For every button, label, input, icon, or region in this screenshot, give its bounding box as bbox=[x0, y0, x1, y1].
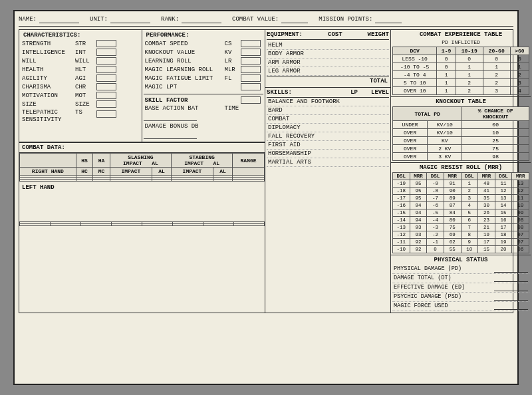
perf-value-lr[interactable] bbox=[241, 57, 261, 65]
skill-level-horsemanship[interactable] bbox=[368, 150, 388, 157]
perf-abbr-kv: KV bbox=[225, 49, 241, 56]
char-abbr-telepathic: TS bbox=[75, 109, 96, 116]
helm-cost[interactable] bbox=[334, 42, 361, 49]
right-column: COMBAT EXPERIENCE TABLE PD INFLICTED DCV… bbox=[391, 30, 531, 313]
arm-armor-weight[interactable] bbox=[361, 59, 388, 66]
skill-name-martial-arts: MARTIAL ARTS bbox=[268, 159, 348, 166]
mrr-data-table: DSL MRR DSL MRR DSL MRR DSL MRR -1995-99… bbox=[392, 172, 529, 253]
char-abbr-strength: STR bbox=[75, 41, 96, 47]
skill-lp-diplomacy[interactable] bbox=[348, 124, 368, 131]
skill-lp-martial-arts[interactable] bbox=[348, 159, 368, 166]
combat-value-value[interactable] bbox=[281, 15, 308, 23]
lp-label: LP bbox=[350, 89, 358, 96]
db-value-line[interactable] bbox=[144, 131, 197, 139]
char-value-strength[interactable] bbox=[96, 40, 116, 47]
perf-abbr-mlr: MLR bbox=[225, 66, 241, 73]
char-value-telepathic[interactable] bbox=[96, 110, 116, 118]
knockout-table-block: KNOCKOUT TABLE TOTAL PD % CHANCE OFKNOCK… bbox=[391, 97, 531, 163]
cet-10-19-header: 10-19 bbox=[456, 47, 483, 55]
rank-value[interactable] bbox=[182, 15, 221, 23]
char-perf-block: CHARACTERISTICS: STRENGTH STR INTELLIGEN… bbox=[19, 30, 265, 142]
skill-lp-first-aid[interactable] bbox=[348, 142, 368, 148]
body-armor-cost[interactable] bbox=[334, 51, 361, 57]
arm-armor-cost[interactable] bbox=[334, 59, 361, 66]
char-name-motivation: MOTIVATION bbox=[22, 92, 75, 99]
th-ha2: MC bbox=[93, 168, 110, 176]
th-ha: HA bbox=[93, 154, 110, 168]
skill-lp-horsemanship[interactable] bbox=[348, 150, 368, 157]
mrr-block: MAGIC RESIST ROLL (MRR) DSL MRR DSL MRR … bbox=[391, 163, 531, 255]
char-abbr-agility: AGI bbox=[75, 75, 96, 82]
bat-row: BASE ACTION BAT TIME bbox=[144, 104, 264, 112]
char-abbr-charisma: CHR bbox=[75, 84, 96, 90]
char-abbr-size: SIZE bbox=[75, 101, 96, 108]
kt-total-pd-header: TOTAL PD bbox=[393, 107, 462, 121]
skill-lp-fall[interactable] bbox=[348, 133, 368, 140]
perf-name-fl: MAGIC FATIGUE LIMIT bbox=[145, 75, 225, 82]
char-value-charisma[interactable] bbox=[96, 83, 116, 90]
weight-label: WEIGHT bbox=[368, 31, 389, 38]
char-name-size: SIZE bbox=[22, 101, 75, 108]
unit-value[interactable] bbox=[110, 15, 150, 23]
body-armor-label: BODY ARMOR bbox=[268, 51, 334, 57]
skills-block: SKILLS: LP LEVEL BALANCE AND FOOTWORK BA… bbox=[265, 88, 390, 168]
perf-value-lpt[interactable] bbox=[241, 83, 261, 90]
combat-data-block: COMBAT DATA: HS HA SLASHINGIMPACT AL STA… bbox=[19, 142, 265, 226]
th-range2 bbox=[233, 168, 265, 176]
skill-level-bard[interactable] bbox=[368, 107, 388, 114]
perf-name-lr: LEARNING ROLL bbox=[145, 58, 225, 65]
skill-factor-section: SKILL FACTOR BASE ACTION BAT TIME DAMAGE… bbox=[144, 94, 264, 139]
skill-lp-bard[interactable] bbox=[348, 107, 368, 114]
mission-points-label: MISSION POINTS: bbox=[319, 16, 372, 23]
leg-armor-weight[interactable] bbox=[361, 68, 388, 74]
mrr-row: -1694-6874301410 bbox=[393, 202, 529, 209]
perf-value-kv[interactable] bbox=[241, 49, 261, 56]
char-value-health[interactable] bbox=[96, 66, 116, 73]
perf-value-mlr[interactable] bbox=[241, 66, 261, 73]
char-name-charisma: CHARISMA bbox=[22, 84, 75, 90]
mission-points-value[interactable] bbox=[375, 15, 402, 23]
kt-chance-header: % CHANCE OFKNOCKOUT bbox=[462, 107, 529, 121]
equip-item-helm: HELM bbox=[267, 41, 389, 50]
skill-level-balance[interactable] bbox=[368, 98, 388, 105]
perf-row-kv: KNOCKOUT VALUE KV bbox=[144, 48, 264, 57]
char-value-intelligence[interactable] bbox=[96, 49, 116, 56]
char-value-will[interactable] bbox=[96, 57, 116, 65]
db-row: DAMAGE BONUS DB bbox=[144, 122, 264, 130]
body-armor-weight[interactable] bbox=[361, 51, 388, 57]
char-value-size[interactable] bbox=[96, 100, 116, 108]
sf-row: SKILL FACTOR bbox=[144, 96, 264, 104]
mrr-row: -109205510152006 bbox=[393, 246, 529, 253]
perf-value-fl[interactable] bbox=[241, 74, 261, 82]
skill-lp-balance[interactable] bbox=[348, 98, 368, 105]
bat-value-line[interactable] bbox=[144, 113, 197, 121]
name-value[interactable] bbox=[39, 15, 79, 23]
skill-level-fall[interactable] bbox=[368, 133, 388, 140]
kt-row: OVERKV/1010 bbox=[393, 129, 529, 137]
ps-row: PSYCHIC DAMAGE (PSD) bbox=[392, 293, 529, 302]
mrr-row: -1594-5845261509 bbox=[393, 209, 529, 217]
skill-lp-combat[interactable] bbox=[348, 116, 368, 122]
level-label: LEVEL bbox=[371, 89, 389, 96]
char-value-agility[interactable] bbox=[96, 74, 116, 82]
equipment-header: EQUIPMENT: COST WEIGHT bbox=[267, 31, 389, 40]
main-grid: CHARACTERISTICS: STRENGTH STR INTELLIGEN… bbox=[19, 29, 513, 313]
leg-armor-cost[interactable] bbox=[334, 68, 361, 74]
skill-level-diplomacy[interactable] bbox=[368, 124, 388, 131]
skill-level-first-aid[interactable] bbox=[368, 142, 388, 148]
skill-row-martial-arts: MARTIAL ARTS bbox=[267, 158, 389, 167]
char-name-agility: AGILITY bbox=[22, 75, 75, 82]
perf-name-cs: COMBAT SPEED bbox=[145, 41, 225, 47]
ps-row: EFFECTIVE DAMAGE (ED) bbox=[392, 283, 529, 293]
skill-level-martial-arts[interactable] bbox=[368, 159, 388, 166]
th-stab-al: AL bbox=[213, 168, 232, 176]
char-value-motivation[interactable] bbox=[96, 92, 116, 99]
char-abbr-motivation: MOT bbox=[75, 92, 96, 99]
kt-row: OVER2 KV75 bbox=[393, 145, 529, 153]
perf-value-cs[interactable] bbox=[241, 40, 261, 47]
helm-weight[interactable] bbox=[361, 42, 388, 49]
sf-value[interactable] bbox=[241, 96, 261, 104]
skill-level-combat[interactable] bbox=[368, 116, 388, 122]
th-right-hand bbox=[20, 154, 76, 168]
unit-field: UNIT: bbox=[90, 15, 150, 23]
